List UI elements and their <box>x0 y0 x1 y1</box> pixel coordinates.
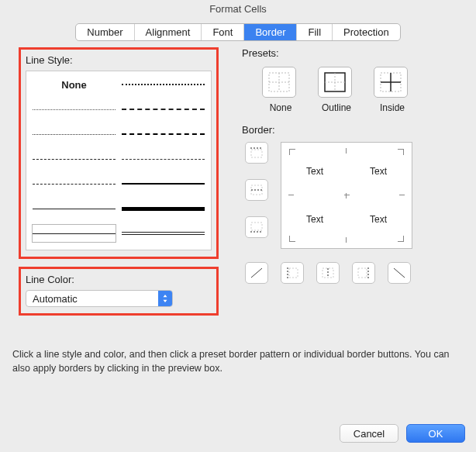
window-title: Format Cells <box>0 0 476 19</box>
preset-none-button[interactable] <box>262 67 296 98</box>
border-bottom-button[interactable] <box>245 216 268 238</box>
preview-text: Text <box>306 166 323 177</box>
border-middle-v-button[interactable] <box>316 262 340 284</box>
line-style-list: None <box>26 71 212 250</box>
line-style-item[interactable] <box>122 200 205 217</box>
line-style-label: Line Style: <box>26 54 212 66</box>
line-style-item-selected[interactable] <box>33 225 116 242</box>
border-middle-h-button[interactable] <box>245 179 268 201</box>
preset-inside-label: Inside <box>374 102 411 113</box>
border-diag-up-button[interactable] <box>245 262 268 284</box>
tab-alignment[interactable]: Alignment <box>134 24 202 40</box>
line-style-item[interactable] <box>122 175 205 192</box>
border-mid-v-icon <box>321 267 335 279</box>
ok-button[interactable]: OK <box>406 424 465 443</box>
preset-inside-icon <box>380 72 402 92</box>
preset-inside-button[interactable] <box>374 67 408 98</box>
preset-outline-label: Outline <box>318 102 355 113</box>
border-right-button[interactable] <box>352 262 375 284</box>
border-right-icon <box>357 267 371 279</box>
border-diag-down-button[interactable] <box>388 262 411 284</box>
dropdown-arrows-icon <box>158 291 172 306</box>
diag-up-icon <box>250 267 264 279</box>
svg-line-22 <box>394 268 405 278</box>
preview-corner <box>289 236 295 242</box>
preview-text: Text <box>370 214 387 225</box>
presets-label: Presets: <box>242 47 456 59</box>
line-color-group: Line Color: Automatic <box>19 267 219 316</box>
line-style-group: Line Style: None <box>19 47 219 259</box>
tab-font[interactable]: Font <box>201 24 243 40</box>
svg-rect-13 <box>251 223 262 230</box>
border-left-button[interactable] <box>281 262 304 284</box>
help-text: Click a line style and color, and then c… <box>12 348 464 375</box>
preview-corner <box>289 149 295 155</box>
border-left-icon <box>285 267 299 279</box>
preview-tick <box>399 195 405 195</box>
border-top-icon <box>250 147 264 159</box>
line-style-item[interactable] <box>33 200 116 217</box>
preview-corner <box>398 236 404 242</box>
border-bottom-icon <box>250 221 264 233</box>
tab-number[interactable]: Number <box>76 24 133 40</box>
tab-fill[interactable]: Fill <box>296 24 332 40</box>
tab-protection[interactable]: Protection <box>332 24 400 40</box>
line-style-item[interactable] <box>122 225 205 242</box>
preset-none-label: None <box>262 102 299 113</box>
preview-tick <box>344 195 350 195</box>
border-top-button[interactable] <box>245 142 268 164</box>
line-color-value: Automatic <box>26 293 158 305</box>
line-style-item[interactable] <box>33 150 116 167</box>
line-style-item[interactable] <box>122 76 205 93</box>
diag-down-icon <box>392 267 406 279</box>
tab-bar: Number Alignment Font Border Fill Protec… <box>0 23 476 41</box>
line-color-select[interactable]: Automatic <box>26 290 173 307</box>
svg-rect-20 <box>358 268 367 278</box>
line-color-label: Line Color: <box>26 274 212 285</box>
line-style-item[interactable] <box>33 126 116 143</box>
preview-text: Text <box>370 166 387 177</box>
border-label: Border: <box>242 124 456 136</box>
svg-rect-17 <box>289 268 298 278</box>
border-preview[interactable]: Text Text Text Text <box>281 142 412 249</box>
line-style-item[interactable] <box>33 175 116 192</box>
preview-text: Text <box>306 214 323 225</box>
preset-outline-button[interactable] <box>318 67 352 98</box>
preview-tick <box>288 195 294 195</box>
preview-tick <box>346 148 347 154</box>
border-mid-h-icon <box>250 184 264 196</box>
svg-rect-11 <box>251 185 262 195</box>
line-style-item[interactable] <box>122 101 205 118</box>
preview-tick <box>346 237 347 243</box>
svg-line-15 <box>251 268 262 278</box>
line-style-none[interactable]: None <box>33 76 116 93</box>
tab-border[interactable]: Border <box>243 24 296 40</box>
line-style-item[interactable] <box>33 101 116 118</box>
svg-rect-10 <box>251 150 262 157</box>
preset-outline-icon <box>324 72 346 92</box>
line-style-item[interactable] <box>122 126 205 143</box>
preset-none-icon <box>268 72 290 92</box>
preview-corner <box>398 149 404 155</box>
line-style-item[interactable] <box>122 150 205 167</box>
cancel-button[interactable]: Cancel <box>340 424 398 443</box>
